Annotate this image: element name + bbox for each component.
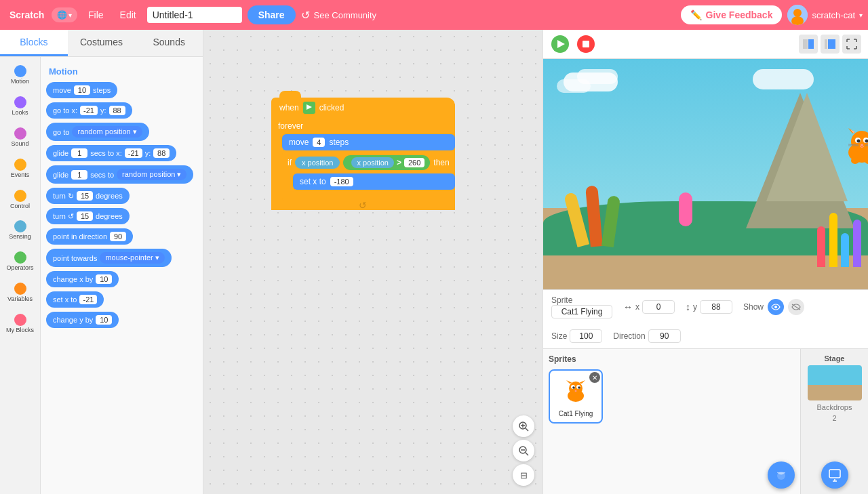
sprites-label: Sprites xyxy=(549,354,576,364)
tab-sounds[interactable]: Sounds xyxy=(135,30,203,56)
zoom-fit-button[interactable]: ⊟ xyxy=(513,464,534,486)
stop-button[interactable] xyxy=(576,34,596,54)
greater-than-block[interactable]: x position > 260 xyxy=(343,155,430,170)
stage-thumbnail[interactable] xyxy=(808,365,862,400)
svg-rect-51 xyxy=(829,470,840,478)
set-x-value[interactable]: -180 xyxy=(330,177,353,186)
svg-line-11 xyxy=(526,453,528,455)
zoom-in-button[interactable] xyxy=(513,415,534,437)
category-operators[interactable]: Operators xyxy=(2,247,39,276)
show-label: Show xyxy=(743,302,764,312)
block-goto-random[interactable]: go to random position ▾ xyxy=(46,123,197,141)
move-value[interactable]: 4 xyxy=(313,138,325,147)
give-feedback-button[interactable]: ✏️ Give Feedback xyxy=(681,5,783,24)
block-glide-to-random[interactable]: glide 1 secs to random position ▾ xyxy=(46,165,197,184)
large-stage-button[interactable] xyxy=(821,35,840,54)
svg-point-41 xyxy=(569,382,583,395)
svg-point-36 xyxy=(851,157,859,164)
community-icon: ↺ xyxy=(301,9,310,22)
zoom-controls: ⊟ xyxy=(513,415,534,486)
category-sound[interactable]: Sound xyxy=(2,123,39,152)
x-arrows-icon: ↔ xyxy=(623,302,633,312)
category-looks[interactable]: Looks xyxy=(2,92,39,121)
svg-line-7 xyxy=(526,428,528,431)
block-glide-to-xy[interactable]: glide 1 secs to x: -21 y: 88 xyxy=(46,145,197,161)
block-point-towards[interactable]: point towards mouse-pointer ▾ xyxy=(46,249,197,267)
compare-value[interactable]: 260 xyxy=(404,158,425,167)
fullscreen-button[interactable] xyxy=(842,35,861,54)
tab-blocks[interactable]: Blocks xyxy=(0,30,68,56)
block-point-direction[interactable]: point in direction 90 xyxy=(46,228,197,245)
category-motion[interactable]: Motion xyxy=(2,61,39,89)
add-backdrop-button[interactable] xyxy=(821,461,848,489)
sprite-name-group: Sprite xyxy=(551,295,612,318)
add-sprite-button[interactable] xyxy=(768,461,795,489)
clicked-label: clicked xyxy=(319,103,344,112)
edit-menu[interactable]: Edit xyxy=(115,7,142,23)
tab-costumes[interactable]: Costumes xyxy=(68,30,136,56)
size-group: Size xyxy=(551,329,602,343)
category-sensing[interactable]: Sensing xyxy=(2,216,39,245)
svg-rect-16 xyxy=(583,41,589,47)
show-visible-button[interactable] xyxy=(768,299,784,315)
sprite-thumbnail-cat1flying[interactable]: ✕ xyxy=(549,369,603,424)
stage-controls xyxy=(550,34,596,54)
scratch-logo[interactable]: Scratch xyxy=(5,5,46,24)
file-menu[interactable]: File xyxy=(83,7,109,23)
add-sprite-fab xyxy=(768,461,795,489)
if-then-block[interactable]: if x position x position xyxy=(282,152,455,201)
when-label: when xyxy=(279,103,299,112)
svg-point-29 xyxy=(857,140,861,143)
direction-input[interactable] xyxy=(648,329,681,343)
category-variables[interactable]: Variables xyxy=(2,279,39,307)
globe-icon: 🌐 xyxy=(57,10,67,20)
block-goto-xy[interactable]: go to x: -21 y: 88 xyxy=(46,102,197,119)
hide-button[interactable] xyxy=(788,299,804,315)
stage-area xyxy=(543,59,868,289)
y-arrows-icon: ↕ xyxy=(686,302,690,312)
user-menu[interactable]: scratch-cat ▾ xyxy=(787,5,863,25)
move-4-steps-block[interactable]: move 4 steps xyxy=(282,134,455,150)
block-change-x[interactable]: change x by 10 xyxy=(46,271,197,287)
block-turn-left[interactable]: turn ↺ 15 degrees xyxy=(46,208,197,224)
block-turn-right[interactable]: turn ↻ 15 degrees xyxy=(46,188,197,204)
block-change-y[interactable]: change y by 10 xyxy=(46,312,197,328)
script-area[interactable]: when clicked forever xyxy=(203,30,542,467)
see-community-button[interactable]: ↺ See Community xyxy=(301,9,376,22)
username-label: scratch-cat xyxy=(812,10,855,20)
give-feedback-label: Give Feedback xyxy=(706,9,773,20)
category-events[interactable]: Events xyxy=(2,155,39,183)
forever-block[interactable]: forever move 4 steps xyxy=(271,118,455,210)
motion-section-title: Motion xyxy=(49,66,197,77)
sprite-info-panel: Sprite ↔ x ↕ y Show xyxy=(543,289,868,349)
svg-rect-17 xyxy=(803,39,808,49)
script-blocks-container[interactable]: when clicked forever xyxy=(271,98,455,210)
tabs-bar: Blocks Costumes Sounds xyxy=(0,30,203,57)
when-flag-clicked-block[interactable]: when clicked xyxy=(271,98,455,118)
category-myblocks[interactable]: My Blocks xyxy=(2,310,39,338)
block-move-steps[interactable]: move 10 steps xyxy=(46,82,197,98)
category-control[interactable]: Control xyxy=(2,186,39,214)
blocks-categories: Motion Looks Sound Events Control xyxy=(0,57,41,494)
sprite-delete-button[interactable]: ✕ xyxy=(589,372,600,383)
sprite-name-input[interactable] xyxy=(551,305,612,318)
project-title-input[interactable] xyxy=(147,7,242,23)
stage-layout-buttons xyxy=(799,35,861,54)
stage-cat-sprite xyxy=(835,127,868,167)
pencil-icon: ✏️ xyxy=(690,9,702,20)
language-button[interactable]: 🌐 ▾ xyxy=(52,7,77,22)
x-position-block[interactable]: x position xyxy=(295,157,340,169)
top-navigation: Scratch 🌐 ▾ File Edit Share ↺ See Commun… xyxy=(0,0,868,30)
set-x-block[interactable]: set x to -180 xyxy=(293,173,455,190)
small-stage-button[interactable] xyxy=(799,35,818,54)
script-area-panel[interactable]: when clicked forever xyxy=(203,30,542,494)
zoom-out-button[interactable] xyxy=(513,440,534,461)
x-value-input[interactable] xyxy=(642,300,675,314)
block-set-x[interactable]: set x to -21 xyxy=(46,291,197,308)
size-input[interactable] xyxy=(570,329,602,343)
svg-point-38 xyxy=(774,306,777,308)
share-button[interactable]: Share xyxy=(248,5,296,24)
y-value-input[interactable] xyxy=(700,300,732,314)
stage-canvas xyxy=(543,59,868,289)
green-flag-button[interactable] xyxy=(550,34,570,54)
